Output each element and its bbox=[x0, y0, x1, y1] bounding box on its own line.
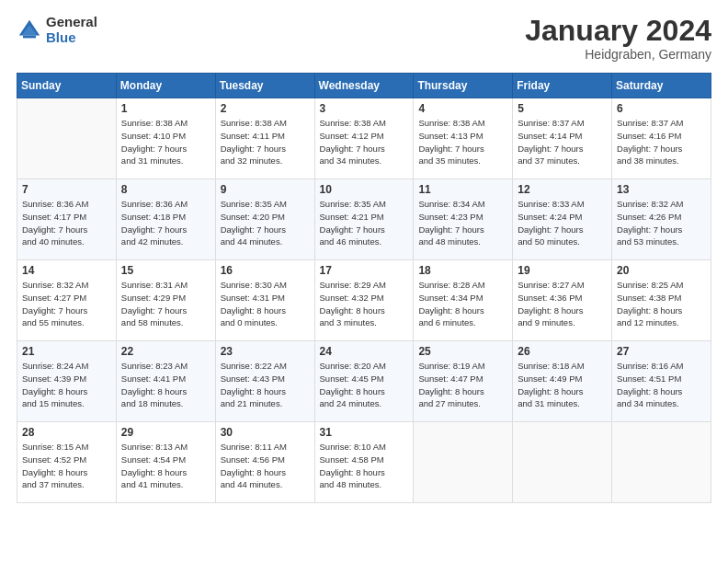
calendar-day-cell: 17Sunrise: 8:29 AMSunset: 4:32 PMDayligh… bbox=[314, 260, 414, 341]
day-info: Sunrise: 8:27 AMSunset: 4:36 PMDaylight:… bbox=[518, 279, 607, 329]
day-info: Sunrise: 8:31 AMSunset: 4:29 PMDaylight:… bbox=[121, 279, 210, 329]
calendar-day-cell: 23Sunrise: 8:22 AMSunset: 4:43 PMDayligh… bbox=[215, 341, 314, 422]
calendar-day-cell: 18Sunrise: 8:28 AMSunset: 4:34 PMDayligh… bbox=[414, 260, 513, 341]
calendar-day-cell: 31Sunrise: 8:10 AMSunset: 4:58 PMDayligh… bbox=[314, 422, 414, 503]
day-number: 5 bbox=[518, 102, 607, 115]
calendar-day-cell: 25Sunrise: 8:19 AMSunset: 4:47 PMDayligh… bbox=[414, 341, 513, 422]
day-number: 3 bbox=[320, 102, 409, 115]
day-info: Sunrise: 8:32 AMSunset: 4:27 PMDaylight:… bbox=[22, 279, 111, 329]
weekday-header-cell: Wednesday bbox=[314, 74, 414, 98]
day-info: Sunrise: 8:38 AMSunset: 4:13 PMDaylight:… bbox=[418, 117, 507, 167]
weekday-header-cell: Tuesday bbox=[215, 74, 314, 98]
calendar-body: 1Sunrise: 8:38 AMSunset: 4:10 PMDaylight… bbox=[17, 98, 711, 503]
calendar-day-cell: 11Sunrise: 8:34 AMSunset: 4:23 PMDayligh… bbox=[414, 179, 513, 260]
day-info: Sunrise: 8:13 AMSunset: 4:54 PMDaylight:… bbox=[121, 441, 210, 491]
day-info: Sunrise: 8:30 AMSunset: 4:31 PMDaylight:… bbox=[221, 279, 310, 329]
day-info: Sunrise: 8:18 AMSunset: 4:49 PMDaylight:… bbox=[518, 360, 607, 410]
calendar-day-cell: 1Sunrise: 8:38 AMSunset: 4:10 PMDaylight… bbox=[116, 98, 215, 179]
day-number: 4 bbox=[418, 102, 507, 115]
day-number: 2 bbox=[221, 102, 310, 115]
day-number: 8 bbox=[121, 183, 210, 196]
day-info: Sunrise: 8:11 AMSunset: 4:56 PMDaylight:… bbox=[221, 441, 310, 491]
day-info: Sunrise: 8:10 AMSunset: 4:58 PMDaylight:… bbox=[320, 441, 409, 491]
calendar-day-cell: 24Sunrise: 8:20 AMSunset: 4:45 PMDayligh… bbox=[314, 341, 414, 422]
day-number: 21 bbox=[22, 345, 111, 358]
calendar-day-cell: 2Sunrise: 8:38 AMSunset: 4:11 PMDaylight… bbox=[215, 98, 314, 179]
day-number: 31 bbox=[320, 426, 409, 439]
day-info: Sunrise: 8:35 AMSunset: 4:20 PMDaylight:… bbox=[221, 198, 310, 248]
calendar-week-row: 1Sunrise: 8:38 AMSunset: 4:10 PMDaylight… bbox=[17, 98, 711, 179]
day-number: 26 bbox=[518, 345, 607, 358]
calendar-day-cell: 7Sunrise: 8:36 AMSunset: 4:17 PMDaylight… bbox=[17, 179, 117, 260]
calendar-day-cell: 15Sunrise: 8:31 AMSunset: 4:29 PMDayligh… bbox=[116, 260, 215, 341]
calendar-day-cell: 28Sunrise: 8:15 AMSunset: 4:52 PMDayligh… bbox=[17, 422, 117, 503]
day-number: 23 bbox=[221, 345, 310, 358]
logo-text: General Blue bbox=[46, 15, 97, 45]
day-number: 25 bbox=[418, 345, 507, 358]
logo-blue-text: Blue bbox=[46, 30, 97, 46]
calendar-day-cell: 13Sunrise: 8:32 AMSunset: 4:26 PMDayligh… bbox=[612, 179, 711, 260]
day-info: Sunrise: 8:25 AMSunset: 4:38 PMDaylight:… bbox=[617, 279, 706, 329]
day-info: Sunrise: 8:20 AMSunset: 4:45 PMDaylight:… bbox=[320, 360, 409, 410]
day-info: Sunrise: 8:33 AMSunset: 4:24 PMDaylight:… bbox=[518, 198, 607, 248]
day-number: 29 bbox=[121, 426, 210, 439]
weekday-header-cell: Thursday bbox=[414, 74, 513, 98]
header: General Blue January 2024 Heidgraben, Ge… bbox=[17, 15, 711, 62]
calendar-week-row: 21Sunrise: 8:24 AMSunset: 4:39 PMDayligh… bbox=[17, 341, 711, 422]
day-number: 10 bbox=[320, 183, 409, 196]
calendar-day-cell: 12Sunrise: 8:33 AMSunset: 4:24 PMDayligh… bbox=[513, 179, 612, 260]
day-info: Sunrise: 8:34 AMSunset: 4:23 PMDaylight:… bbox=[418, 198, 507, 248]
calendar-day-cell: 27Sunrise: 8:16 AMSunset: 4:51 PMDayligh… bbox=[612, 341, 711, 422]
day-info: Sunrise: 8:37 AMSunset: 4:16 PMDaylight:… bbox=[617, 117, 706, 167]
calendar-day-cell: 9Sunrise: 8:35 AMSunset: 4:20 PMDaylight… bbox=[215, 179, 314, 260]
day-info: Sunrise: 8:35 AMSunset: 4:21 PMDaylight:… bbox=[320, 198, 409, 248]
calendar-day-cell: 26Sunrise: 8:18 AMSunset: 4:49 PMDayligh… bbox=[513, 341, 612, 422]
day-number: 18 bbox=[418, 264, 507, 277]
logo: General Blue bbox=[17, 15, 97, 45]
day-info: Sunrise: 8:32 AMSunset: 4:26 PMDaylight:… bbox=[617, 198, 706, 248]
calendar-day-cell: 5Sunrise: 8:37 AMSunset: 4:14 PMDaylight… bbox=[513, 98, 612, 179]
calendar-day-cell: 10Sunrise: 8:35 AMSunset: 4:21 PMDayligh… bbox=[314, 179, 414, 260]
location: Heidgraben, Germany bbox=[525, 47, 711, 62]
day-number: 15 bbox=[121, 264, 210, 277]
calendar-table: SundayMondayTuesdayWednesdayThursdayFrid… bbox=[17, 73, 711, 503]
day-number: 22 bbox=[121, 345, 210, 358]
day-info: Sunrise: 8:36 AMSunset: 4:18 PMDaylight:… bbox=[121, 198, 210, 248]
calendar-day-cell: 14Sunrise: 8:32 AMSunset: 4:27 PMDayligh… bbox=[17, 260, 117, 341]
day-number: 19 bbox=[518, 264, 607, 277]
svg-rect-2 bbox=[23, 35, 36, 38]
calendar-week-row: 14Sunrise: 8:32 AMSunset: 4:27 PMDayligh… bbox=[17, 260, 711, 341]
calendar-day-cell: 21Sunrise: 8:24 AMSunset: 4:39 PMDayligh… bbox=[17, 341, 117, 422]
day-number: 9 bbox=[221, 183, 310, 196]
day-number: 27 bbox=[617, 345, 706, 358]
day-info: Sunrise: 8:29 AMSunset: 4:32 PMDaylight:… bbox=[320, 279, 409, 329]
title-block: January 2024 Heidgraben, Germany bbox=[525, 15, 711, 62]
calendar-day-cell bbox=[513, 422, 612, 503]
day-number: 30 bbox=[221, 426, 310, 439]
calendar-day-cell: 29Sunrise: 8:13 AMSunset: 4:54 PMDayligh… bbox=[116, 422, 215, 503]
weekday-header-row: SundayMondayTuesdayWednesdayThursdayFrid… bbox=[17, 74, 711, 98]
weekday-header-cell: Saturday bbox=[612, 74, 711, 98]
day-number: 7 bbox=[22, 183, 111, 196]
day-number: 20 bbox=[617, 264, 706, 277]
weekday-header-cell: Monday bbox=[116, 74, 215, 98]
day-number: 13 bbox=[617, 183, 706, 196]
calendar-day-cell: 8Sunrise: 8:36 AMSunset: 4:18 PMDaylight… bbox=[116, 179, 215, 260]
logo-general-text: General bbox=[46, 15, 97, 30]
calendar-week-row: 28Sunrise: 8:15 AMSunset: 4:52 PMDayligh… bbox=[17, 422, 711, 503]
day-info: Sunrise: 8:22 AMSunset: 4:43 PMDaylight:… bbox=[221, 360, 310, 410]
calendar-week-row: 7Sunrise: 8:36 AMSunset: 4:17 PMDaylight… bbox=[17, 179, 711, 260]
day-info: Sunrise: 8:38 AMSunset: 4:12 PMDaylight:… bbox=[320, 117, 409, 167]
calendar-day-cell bbox=[17, 98, 117, 179]
day-number: 6 bbox=[617, 102, 706, 115]
calendar-day-cell: 16Sunrise: 8:30 AMSunset: 4:31 PMDayligh… bbox=[215, 260, 314, 341]
day-number: 28 bbox=[22, 426, 111, 439]
day-number: 1 bbox=[121, 102, 210, 115]
day-number: 12 bbox=[518, 183, 607, 196]
calendar-page: General Blue January 2024 Heidgraben, Ge… bbox=[0, 0, 728, 563]
day-info: Sunrise: 8:28 AMSunset: 4:34 PMDaylight:… bbox=[418, 279, 507, 329]
day-number: 17 bbox=[320, 264, 409, 277]
weekday-header-cell: Sunday bbox=[17, 74, 117, 98]
calendar-day-cell: 30Sunrise: 8:11 AMSunset: 4:56 PMDayligh… bbox=[215, 422, 314, 503]
day-number: 24 bbox=[320, 345, 409, 358]
